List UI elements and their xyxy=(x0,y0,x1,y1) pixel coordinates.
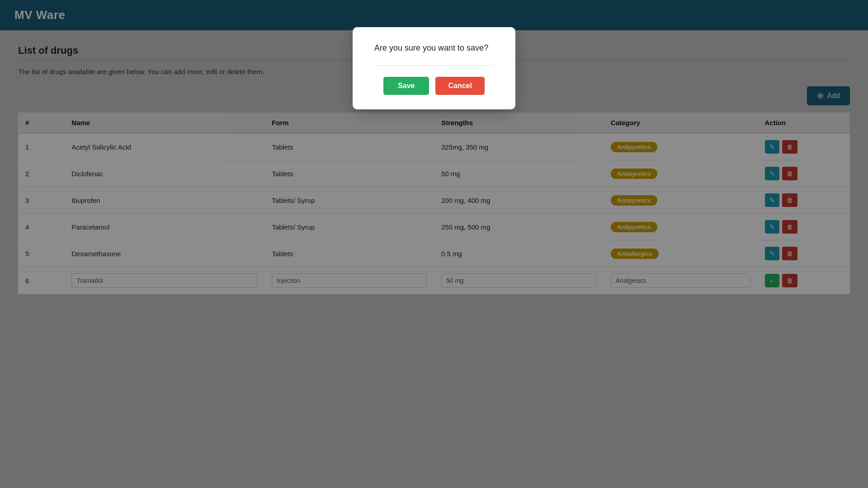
modal-divider xyxy=(374,66,494,66)
modal-dialog: Are you sure you want to save? Save Canc… xyxy=(353,27,515,109)
modal-question-text: Are you sure you want to save? xyxy=(374,43,494,53)
modal-buttons: Save Cancel xyxy=(374,77,494,95)
modal-save-button[interactable]: Save xyxy=(383,77,429,95)
modal-overlay: Are you sure you want to save? Save Canc… xyxy=(0,0,868,488)
modal-cancel-button[interactable]: Cancel xyxy=(435,77,484,95)
